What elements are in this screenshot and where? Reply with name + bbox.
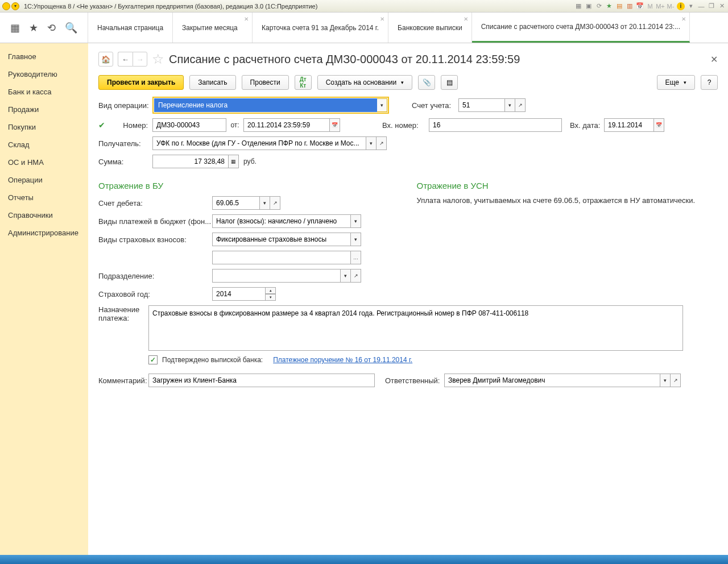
sys-m-icon[interactable]: M	[646, 2, 654, 10]
in-number-input[interactable]	[429, 118, 562, 132]
open-icon[interactable]: ↗	[515, 98, 526, 112]
dropdown-icon[interactable]: ▾	[260, 196, 270, 210]
purpose-textarea[interactable]: Страховые взносы в фиксированном размере…	[148, 305, 683, 351]
dropdown-icon[interactable]: ▾	[351, 233, 361, 246]
sidebar-item-sales[interactable]: Продажи	[0, 101, 88, 118]
dropdown-icon[interactable]: ▾	[341, 269, 351, 283]
sys-icon-4[interactable]: ▤	[615, 2, 623, 10]
in-date-input[interactable]	[604, 118, 654, 132]
responsible-input[interactable]	[444, 374, 660, 387]
help-dropdown-icon[interactable]: ▾	[687, 2, 695, 10]
sys-icon-2[interactable]: ▣	[585, 2, 593, 10]
sys-calendar-icon[interactable]: 📅	[636, 2, 644, 10]
dropdown-icon[interactable]: ▾	[351, 214, 361, 228]
favorite-star-icon[interactable]: ☆	[152, 51, 164, 67]
tab-month-close[interactable]: Закрытие месяца✕	[173, 13, 253, 43]
insurance-year-input[interactable]	[212, 287, 266, 301]
sidebar-item-admin[interactable]: Администрирование	[0, 224, 88, 242]
home-button[interactable]: 🏠	[98, 52, 113, 67]
account-input[interactable]	[458, 98, 505, 112]
sidebar-item-main[interactable]: Главное	[0, 48, 88, 65]
tab-bank-statements[interactable]: Банковские выписки✕	[388, 13, 472, 43]
dropdown-icon[interactable]: ▾	[505, 98, 515, 112]
subdivision-label: Подразделение:	[98, 272, 212, 280]
tab-account-card[interactable]: Карточка счета 91 за Декабрь 2014 г.✕	[253, 13, 388, 43]
calendar-icon[interactable]: 📅	[330, 118, 340, 132]
post-button[interactable]: Провести	[242, 75, 289, 90]
sidebar-item-purchases[interactable]: Покупки	[0, 118, 88, 136]
save-button[interactable]: Записать	[189, 75, 235, 90]
sys-icon-5[interactable]: ▥	[626, 2, 634, 10]
operation-type-label: Вид операции:	[98, 101, 152, 110]
sys-mplus-icon[interactable]: M+	[656, 2, 664, 10]
window-title: 1С:Упрощенка 8 / <Не указан> / Бухгалтер…	[24, 3, 574, 10]
sidebar-item-reports[interactable]: Отчеты	[0, 189, 88, 206]
app-menu-dropdown[interactable]: ▾	[11, 2, 19, 10]
number-label: Номер:	[110, 121, 152, 130]
sidebar: Главное Руководителю Банк и касса Продаж…	[0, 43, 88, 564]
info-icon[interactable]: i	[677, 2, 685, 10]
sidebar-item-assets[interactable]: ОС и НМА	[0, 154, 88, 171]
payment-types-input[interactable]	[212, 214, 351, 228]
spin-down-icon[interactable]: ▾	[266, 294, 276, 301]
sidebar-item-manager[interactable]: Руководителю	[0, 65, 88, 83]
sys-mminus-icon[interactable]: M-	[667, 2, 675, 10]
create-based-on-button[interactable]: Создать на основании	[317, 75, 413, 90]
extra-input[interactable]	[212, 251, 351, 264]
sys-icon-1[interactable]: ▦	[574, 2, 582, 10]
spin-up-icon[interactable]: ▴	[266, 287, 276, 294]
ellipsis-icon[interactable]: …	[351, 251, 361, 264]
date-input[interactable]	[243, 118, 330, 132]
search-icon[interactable]: 🔍	[65, 22, 77, 34]
dropdown-icon[interactable]: ▾	[366, 136, 377, 150]
nav-back-button[interactable]: ←	[118, 52, 133, 67]
sys-star-icon[interactable]: ★	[605, 2, 613, 10]
close-document-icon[interactable]: ✕	[710, 54, 718, 65]
dtct-button[interactable]: ДтКт	[295, 75, 312, 90]
sidebar-item-operations[interactable]: Операции	[0, 171, 88, 189]
amount-input[interactable]	[152, 155, 229, 168]
help-button[interactable]: ?	[701, 75, 718, 90]
open-icon[interactable]: ↗	[270, 196, 280, 210]
payment-order-link[interactable]: Платежное поручение № 16 от 19.11.2014 г…	[273, 356, 412, 364]
open-icon[interactable]: ↗	[377, 136, 387, 150]
debit-account-input[interactable]	[212, 196, 260, 210]
in-number-label: Вх. номер:	[382, 121, 429, 130]
tab-close-icon[interactable]: ✕	[681, 16, 686, 22]
tab-start-page[interactable]: Начальная страница	[88, 13, 173, 43]
history-icon[interactable]: ⟲	[47, 22, 56, 34]
sidebar-item-catalogs[interactable]: Справочники	[0, 206, 88, 224]
dropdown-icon[interactable]: ▾	[377, 98, 387, 112]
number-input[interactable]	[152, 118, 226, 132]
recipient-input[interactable]	[152, 136, 366, 150]
dropdown-icon[interactable]: ▾	[660, 374, 671, 387]
subdivision-input[interactable]	[212, 269, 341, 283]
confirmed-checkbox[interactable]: ✓	[148, 355, 158, 364]
sidebar-item-warehouse[interactable]: Склад	[0, 136, 88, 154]
sidebar-item-bank[interactable]: Банк и касса	[0, 83, 88, 101]
print-button[interactable]: ▤	[441, 75, 458, 90]
apps-grid-icon[interactable]: ▦	[10, 22, 20, 34]
tab-close-icon[interactable]: ✕	[380, 16, 384, 22]
favorites-star-icon[interactable]: ★	[29, 22, 38, 34]
maximize-icon[interactable]: ❐	[708, 2, 715, 10]
nav-forward-button[interactable]: →	[133, 52, 147, 67]
post-and-close-button[interactable]: Провести и закрыть	[98, 75, 184, 90]
calendar-icon[interactable]: 📅	[654, 118, 664, 132]
comment-input[interactable]	[148, 374, 375, 387]
operation-type-input[interactable]	[154, 98, 377, 112]
debit-account-label: Счет дебета:	[98, 199, 212, 208]
open-icon[interactable]: ↗	[671, 374, 681, 387]
tab-writeoff[interactable]: Списание с расчетного счета ДМЗ0-000043 …	[472, 13, 690, 43]
attach-button[interactable]: 📎	[418, 75, 435, 90]
close-window-icon[interactable]: ✕	[718, 2, 726, 10]
usn-note: Уплата налогов, учитываемых на счете 69.…	[417, 196, 718, 205]
open-icon[interactable]: ↗	[351, 269, 361, 283]
calculator-icon[interactable]: ▦	[229, 155, 239, 168]
tab-close-icon[interactable]: ✕	[464, 16, 468, 22]
tab-close-icon[interactable]: ✕	[244, 16, 249, 22]
more-button[interactable]: Еще	[657, 75, 695, 90]
sys-icon-3[interactable]: ⟳	[595, 2, 603, 10]
insurance-types-input[interactable]	[212, 233, 351, 246]
minimize-icon[interactable]: —	[697, 2, 705, 10]
